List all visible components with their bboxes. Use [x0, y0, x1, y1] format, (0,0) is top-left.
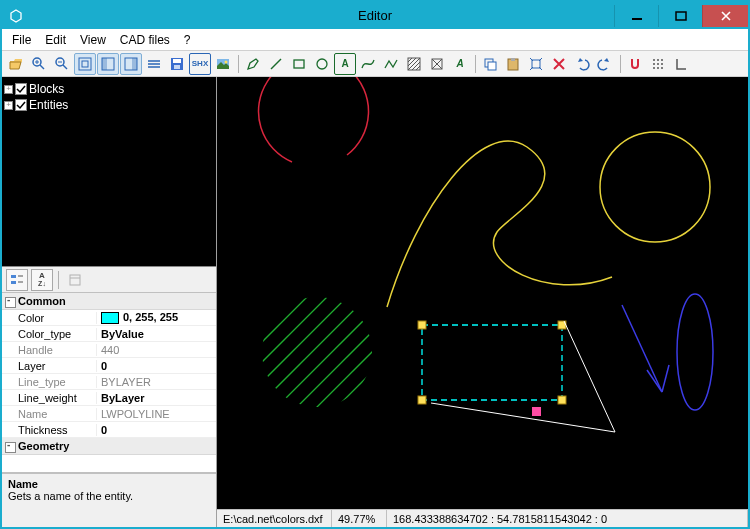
svg-rect-23	[532, 60, 540, 68]
entity-tree[interactable]: + Blocks + Entities	[2, 77, 216, 267]
prop-row-layer[interactable]: Layer0	[2, 358, 216, 374]
rect-button[interactable]	[288, 53, 310, 75]
svg-point-44	[677, 294, 713, 410]
alphabetical-button[interactable]: AZ↓	[31, 269, 53, 291]
menu-edit[interactable]: Edit	[39, 31, 72, 49]
property-grid[interactable]: Common Color0, 255, 255 Color_typeByValu…	[2, 293, 216, 473]
save-button[interactable]	[166, 53, 188, 75]
category-geometry[interactable]: Geometry	[2, 438, 216, 455]
drawing-canvas[interactable]	[217, 77, 748, 509]
app-icon	[8, 8, 24, 24]
open-button[interactable]	[5, 53, 27, 75]
expand-icon[interactable]: +	[4, 85, 13, 94]
grid-button[interactable]	[647, 53, 669, 75]
svg-rect-7	[102, 58, 107, 70]
hatch-button[interactable]	[403, 53, 425, 75]
sidebar: + Blocks + Entities AZ↓ Common Color0, 2	[2, 77, 217, 527]
tree-item-entities[interactable]: + Entities	[4, 97, 214, 113]
property-help: Name Gets a name of the entity.	[2, 473, 216, 527]
status-filepath: E:\cad.net\colors.dxf	[217, 510, 332, 527]
svg-rect-11	[173, 59, 181, 63]
zoom-in-button[interactable]	[28, 53, 50, 75]
svg-point-31	[657, 67, 659, 69]
prop-row-lineweight[interactable]: Line_weightByLayer	[2, 390, 216, 406]
toolbar: SHX A A	[2, 51, 748, 77]
tree-item-blocks[interactable]: + Blocks	[4, 81, 214, 97]
fit-window-button[interactable]	[74, 53, 96, 75]
menu-cad-files[interactable]: CAD files	[114, 31, 176, 49]
svg-point-32	[661, 67, 663, 69]
polyline-button[interactable]	[380, 53, 402, 75]
svg-point-36	[600, 132, 710, 242]
checkbox-icon[interactable]	[15, 99, 27, 111]
property-pages-button[interactable]	[64, 269, 86, 291]
app-window: Editor File Edit View CAD files ? SHX A	[0, 0, 750, 529]
svg-point-14	[225, 60, 228, 63]
svg-point-29	[661, 63, 663, 65]
image-button[interactable]	[212, 53, 234, 75]
svg-rect-15	[294, 60, 304, 68]
prop-row-colortype[interactable]: Color_typeByValue	[2, 326, 216, 342]
shx-button[interactable]: SHX	[189, 53, 211, 75]
titlebar[interactable]: Editor	[2, 2, 748, 29]
spline-button[interactable]	[357, 53, 379, 75]
prop-row-thickness[interactable]: Thickness0	[2, 422, 216, 438]
panel-right-button[interactable]	[120, 53, 142, 75]
svg-rect-43	[532, 407, 541, 416]
redo-button[interactable]	[594, 53, 616, 75]
minimize-button[interactable]	[614, 5, 658, 27]
categorized-button[interactable]	[6, 269, 28, 291]
undo-button[interactable]	[571, 53, 593, 75]
svg-rect-34	[11, 281, 16, 284]
panel-left-button[interactable]	[97, 53, 119, 75]
tree-label: Blocks	[29, 82, 64, 96]
fit-extents-button[interactable]	[525, 53, 547, 75]
mtext-button[interactable]: A	[449, 53, 471, 75]
menubar: File Edit View CAD files ?	[2, 29, 748, 51]
svg-rect-41	[418, 396, 426, 404]
line-button[interactable]	[265, 53, 287, 75]
prop-row-color[interactable]: Color0, 255, 255	[2, 310, 216, 326]
statusbar: E:\cad.net\colors.dxf 49.77% 168.4333886…	[217, 509, 748, 527]
svg-rect-0	[632, 18, 642, 20]
svg-rect-12	[174, 65, 180, 69]
svg-point-24	[653, 59, 655, 61]
circle-button[interactable]	[311, 53, 333, 75]
svg-rect-33	[11, 275, 16, 278]
svg-rect-20	[488, 62, 496, 70]
delete-button[interactable]	[548, 53, 570, 75]
svg-rect-1	[676, 12, 686, 20]
ortho-button[interactable]	[670, 53, 692, 75]
svg-rect-35	[70, 275, 80, 285]
prop-row-handle: Handle440	[2, 342, 216, 358]
paste-button[interactable]	[502, 53, 524, 75]
color-swatch	[101, 312, 119, 324]
snap-button[interactable]	[624, 53, 646, 75]
checkbox-icon[interactable]	[15, 83, 27, 95]
close-button[interactable]	[702, 5, 748, 27]
expand-icon[interactable]: +	[4, 101, 13, 110]
svg-rect-42	[558, 396, 566, 404]
insert-button[interactable]	[426, 53, 448, 75]
category-common[interactable]: Common	[2, 293, 216, 310]
text-button[interactable]: A	[334, 53, 356, 75]
prop-row-name: NameLWPOLYLINE	[2, 406, 216, 422]
svg-rect-38	[422, 325, 562, 400]
menu-file[interactable]: File	[6, 31, 37, 49]
status-coords: 168.433388634702 : 54.7815811543042 : 0	[387, 510, 748, 527]
pencil-button[interactable]	[242, 53, 264, 75]
maximize-button[interactable]	[658, 5, 702, 27]
property-toolbar: AZ↓	[2, 267, 216, 293]
svg-rect-4	[79, 58, 91, 70]
help-body: Gets a name of the entity.	[8, 490, 210, 502]
layers-button[interactable]	[143, 53, 165, 75]
svg-rect-22	[511, 58, 515, 61]
menu-view[interactable]: View	[74, 31, 112, 49]
zoom-out-button[interactable]	[51, 53, 73, 75]
status-zoom: 49.77%	[332, 510, 387, 527]
svg-rect-9	[132, 58, 137, 70]
copy-button[interactable]	[479, 53, 501, 75]
svg-point-25	[657, 59, 659, 61]
svg-point-16	[317, 59, 327, 69]
menu-help[interactable]: ?	[178, 31, 197, 49]
